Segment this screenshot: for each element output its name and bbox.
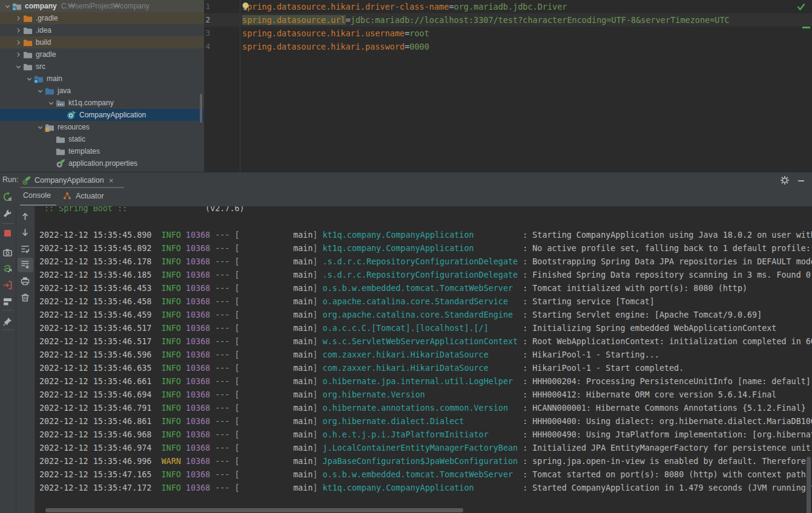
property-value: jdbc:mariadb://localhost:3307/test?chara… <box>351 15 730 25</box>
tab-console[interactable]: Console <box>23 191 51 200</box>
tree-item-companyapplication[interactable]: CompanyApplication <box>0 109 204 121</box>
close-tab-icon[interactable]: × <box>109 176 114 185</box>
run-tab-title: CompanyApplication <box>35 176 104 185</box>
line-number: 3 <box>204 27 210 40</box>
intention-bulb-icon[interactable] <box>242 2 249 11</box>
console-line: 2022-12-12 15:35:46.694 INFO 10368 --- [… <box>39 388 812 402</box>
ide-window: companyC:₩semiProject₩company.gradle.ide… <box>0 0 812 513</box>
chevron-expanded-icon[interactable] <box>47 98 55 108</box>
editor-line-2[interactable]: 2spring.datasource.url=jdbc:mariadb://lo… <box>204 13 812 27</box>
run-tool-window: Run: CompanyApplication × Console <box>0 172 812 513</box>
tree-item-gradle[interactable]: gradle <box>0 48 204 60</box>
tree-item-static[interactable]: static <box>0 133 204 145</box>
console-vertical-scrollbar[interactable] <box>807 457 811 513</box>
tree-item-label: java <box>58 86 71 96</box>
tree-item--gradle[interactable]: .gradle <box>0 12 204 24</box>
run-window-toolbar <box>0 206 16 513</box>
tree-item-src[interactable]: src <box>0 60 204 73</box>
property-line: spring.datasource.url=jdbc:mariadb://loc… <box>242 13 730 27</box>
tree-scrollbar[interactable] <box>200 94 202 123</box>
property-value: org.mariadb.jdbc.Driver <box>454 2 567 11</box>
property-line: spring.datasource.hikari.username=root <box>242 27 429 40</box>
tree-item-java[interactable]: java <box>0 85 204 97</box>
property-key: spring.datasource.url <box>242 15 346 25</box>
chevron-expanded-icon[interactable] <box>36 86 44 96</box>
tree-item-templates[interactable]: templates <box>0 145 204 157</box>
console-line <box>39 215 812 229</box>
tab-actuator[interactable]: Actuator <box>62 191 104 201</box>
run-configuration-tab[interactable]: CompanyApplication × <box>22 174 113 187</box>
tree-item-application-properties[interactable]: application.properties <box>0 157 204 169</box>
run-tab-strip: Console Actuator <box>0 189 812 206</box>
console-horizontal-scrollbar[interactable] <box>45 508 463 512</box>
chevron-expanded-icon[interactable] <box>4 1 12 11</box>
arrow-down-icon[interactable] <box>20 227 31 238</box>
console-text: :: Spring Boot :: (v2.7.6) 2022-12-12 15… <box>39 206 812 495</box>
tree-item-resources[interactable]: resources <box>0 121 204 133</box>
source-module-folder-icon <box>33 74 44 83</box>
tree-item--idea[interactable]: .idea <box>0 24 204 36</box>
tree-item-label: main <box>47 74 62 83</box>
console-toolbar <box>16 206 35 513</box>
chevron-spacer <box>47 146 55 156</box>
chevron-collapsed-icon[interactable] <box>15 13 22 23</box>
console-output[interactable]: :: Spring Boot :: (v2.7.6) 2022-12-12 15… <box>35 206 812 513</box>
scroll-to-end-icon[interactable] <box>20 260 31 270</box>
trash-icon[interactable] <box>20 292 31 303</box>
chevron-collapsed-icon[interactable] <box>15 25 22 35</box>
chevron-expanded-icon[interactable] <box>36 122 44 132</box>
editor-code[interactable]: 1spring.datasource.hikari.driver-class-n… <box>204 0 812 53</box>
console-line: 2022-12-12 15:35:46.861 INFO 10368 --- [… <box>39 415 812 428</box>
chevron-spacer <box>47 134 55 144</box>
console-line: 2022-12-12 15:35:46.517 INFO 10368 --- [… <box>39 335 812 348</box>
inspections-ok-icon[interactable] <box>796 2 806 11</box>
chevron-collapsed-icon[interactable] <box>15 38 22 47</box>
soft-wrap-icon[interactable] <box>20 244 31 255</box>
editor-line-1[interactable]: 1spring.datasource.hikari.driver-class-n… <box>204 0 812 13</box>
console-line: 2022-12-12 15:35:46.791 INFO 10368 --- [… <box>39 402 812 415</box>
spring-restart-icon[interactable] <box>2 264 13 275</box>
console-line: 2022-12-12 15:35:47.172 INFO 10368 --- [… <box>39 482 812 495</box>
stop-icon[interactable] <box>2 228 13 239</box>
editor-line-3[interactable]: 3spring.datasource.hikari.username=root <box>204 27 812 40</box>
property-key: spring.datasource.hikari.username <box>242 28 404 38</box>
pin-icon[interactable] <box>2 316 13 327</box>
property-value: 0000 <box>409 42 429 51</box>
tree-item-main[interactable]: main <box>0 73 204 85</box>
hide-panel-icon[interactable] <box>797 177 807 186</box>
console-line: 2022-12-12 15:35:46.596 INFO 10368 --- [… <box>39 348 812 362</box>
project-tree: companyC:₩semiProject₩company.gradle.ide… <box>0 0 204 172</box>
package-icon <box>55 98 65 108</box>
wrench-icon[interactable] <box>2 209 13 220</box>
tree-item-label: CompanyApplication <box>79 110 146 120</box>
tree-item-label: static <box>68 134 85 144</box>
folder-orange-icon <box>22 13 33 23</box>
layout-icon[interactable] <box>2 296 13 307</box>
folder-icon <box>55 146 65 156</box>
rerun-icon[interactable] <box>2 192 13 202</box>
tree-item-label: src <box>36 62 45 71</box>
print-icon[interactable] <box>20 276 31 287</box>
toolbar-separator <box>2 310 14 311</box>
folder-icon <box>22 25 33 35</box>
toolbar-separator <box>2 223 14 224</box>
tree-item-company[interactable]: companyC:₩semiProject₩company <box>0 0 204 12</box>
console-line: 2022-12-12 15:35:46.996 WARN 10368 --- [… <box>39 455 812 468</box>
chevron-expanded-icon[interactable] <box>25 74 33 83</box>
settings-gear-icon[interactable] <box>780 175 790 185</box>
exit-icon[interactable] <box>2 280 13 291</box>
chevron-expanded-icon[interactable] <box>15 62 22 71</box>
tree-item-label: company <box>25 1 57 11</box>
editor-panel[interactable]: 1spring.datasource.hikari.driver-class-n… <box>204 0 812 172</box>
chevron-collapsed-icon[interactable] <box>15 50 22 59</box>
tree-item-build[interactable]: build <box>0 36 204 48</box>
editor-line-4[interactable]: 4spring.datasource.hikari.password=0000 <box>204 40 812 53</box>
folder-orange-icon <box>22 38 33 47</box>
module-folder-icon <box>12 1 22 11</box>
run-tab-underline <box>20 187 124 188</box>
project-tree-panel: companyC:₩semiProject₩company.gradle.ide… <box>0 0 204 172</box>
camera-icon[interactable] <box>2 247 13 258</box>
actuator-icon <box>62 191 72 201</box>
tree-item-kt1q-company[interactable]: kt1q.company <box>0 97 204 109</box>
arrow-up-icon[interactable] <box>20 211 31 222</box>
